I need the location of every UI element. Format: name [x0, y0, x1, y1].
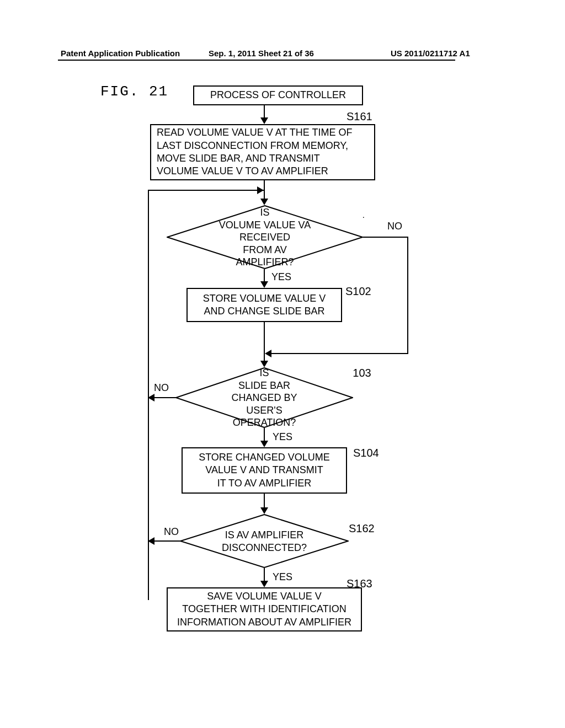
conn-line	[153, 540, 181, 542]
s102-box: STORE VOLUME VALUE V AND CHANGE SLIDE BA…	[186, 288, 342, 322]
arrow-down-icon	[260, 581, 268, 587]
s101-text: IS VOLUME VALUE VA RECEIVED FROM AV AMPL…	[216, 206, 314, 269]
conn-line	[148, 599, 149, 600]
arrow-down-icon	[260, 507, 268, 514]
s163-text: SAVE VOLUME VALUE V TOGETHER WITH IDENTI…	[177, 590, 351, 629]
s162-text: IS AV AMPLIFIER DISCONNECTED?	[222, 529, 307, 554]
s103-diamond: IS SLIDE BAR CHANGED BY USER'S OPERATION…	[175, 367, 353, 428]
step-label-s102: S102	[345, 285, 371, 298]
yes-label: YES	[273, 571, 292, 583]
arrow-left-icon	[148, 394, 154, 402]
step-label-s161: S161	[347, 110, 372, 123]
conn-line	[407, 237, 408, 354]
start-text: PROCESS OF CONTROLLER	[210, 89, 346, 101]
s104-text: STORE CHANGED VOLUME VALUE V AND TRANSMI…	[199, 451, 330, 490]
header-right: US 2011/0211712 A1	[391, 49, 470, 58]
arrow-down-icon	[260, 199, 268, 205]
conn-line	[148, 190, 264, 191]
s102-text: STORE VOLUME VALUE V AND CHANGE SLIDE BA…	[203, 292, 326, 318]
arrow-down-icon	[260, 117, 268, 124]
yes-label: YES	[273, 431, 292, 443]
start-box: PROCESS OF CONTROLLER	[193, 85, 363, 105]
step-label-s162: S162	[349, 522, 375, 535]
s161-text: READ VOLUME VALUE V AT THE TIME OF LAST …	[157, 126, 352, 178]
arrow-down-icon	[260, 441, 268, 447]
figure-label: FIG. 21	[100, 83, 168, 100]
no-label: NO	[164, 526, 179, 538]
arrow-left-icon	[148, 537, 154, 545]
no-label: NO	[154, 382, 169, 394]
s101-diamond: IS VOLUME VALUE VA RECEIVED FROM AV AMPL…	[167, 205, 363, 269]
header-center: Sep. 1, 2011 Sheet 21 of 36	[209, 49, 314, 58]
no-label: NO	[387, 221, 402, 232]
yes-label: YES	[271, 271, 291, 283]
arrow-left-icon	[265, 350, 271, 357]
s161-box: READ VOLUME VALUE V AT THE TIME OF LAST …	[150, 124, 375, 180]
s162-diamond: IS AV AMPLIFIER DISCONNECTED?	[180, 514, 349, 568]
s103-text: IS SLIDE BAR CHANGED BY USER'S OPERATION…	[220, 367, 309, 429]
arrow-down-icon	[260, 281, 268, 288]
conn-line	[270, 353, 408, 354]
s163-box: SAVE VOLUME VALUE V TOGETHER WITH IDENTI…	[167, 587, 362, 631]
header-left: Patent Application Publication	[61, 49, 180, 58]
arrow-right-icon	[257, 186, 264, 194]
conn-line	[153, 397, 177, 398]
step-label-s104: S104	[353, 447, 379, 459]
header-divider	[58, 60, 455, 61]
conn-line	[363, 237, 408, 238]
s104-box: STORE CHANGED VOLUME VALUE V AND TRANSMI…	[182, 447, 347, 494]
conn-line	[264, 322, 265, 363]
